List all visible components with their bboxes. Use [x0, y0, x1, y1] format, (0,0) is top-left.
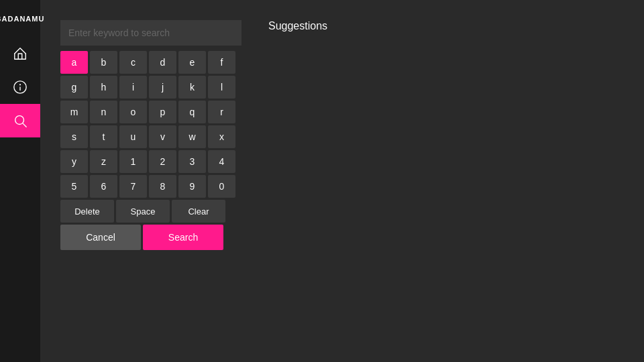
app-logo: BADANAMU	[0, 0, 40, 37]
key-2[interactable]: 2	[149, 150, 176, 173]
home-icon	[13, 46, 28, 61]
key-0[interactable]: 0	[208, 175, 235, 198]
key-p[interactable]: p	[149, 101, 176, 123]
key-q[interactable]: q	[178, 101, 206, 123]
key-l[interactable]: l	[208, 76, 235, 99]
key-f[interactable]: f	[208, 51, 235, 74]
svg-line-4	[23, 123, 26, 127]
key-d[interactable]: d	[149, 51, 176, 74]
key-4[interactable]: 4	[208, 150, 235, 173]
key-v[interactable]: v	[149, 125, 176, 148]
key-b[interactable]: b	[90, 51, 117, 74]
key-y[interactable]: y	[60, 150, 88, 173]
keyboard-panel: Enter keyword to search abcdefghijklmnop…	[60, 20, 241, 250]
key-k[interactable]: k	[178, 76, 206, 99]
bottom-row: Cancel Search	[60, 225, 241, 250]
key-e[interactable]: e	[178, 51, 206, 74]
svg-point-3	[15, 116, 24, 125]
key-j[interactable]: j	[149, 76, 176, 99]
action-row: Delete Space Clear	[60, 200, 241, 223]
key-r[interactable]: r	[208, 101, 235, 123]
key-s[interactable]: s	[60, 125, 88, 148]
sidebar-item-home[interactable]	[0, 37, 40, 70]
key-n[interactable]: n	[90, 101, 117, 123]
key-9[interactable]: 9	[178, 175, 206, 198]
search-area: Enter keyword to search abcdefghijklmnop…	[60, 20, 624, 250]
key-o[interactable]: o	[119, 101, 147, 123]
key-x[interactable]: x	[208, 125, 235, 148]
key-8[interactable]: 8	[149, 175, 176, 198]
search-button[interactable]: Search	[143, 225, 223, 250]
key-6[interactable]: 6	[90, 175, 117, 198]
sidebar-item-info[interactable]	[0, 70, 40, 104]
key-5[interactable]: 5	[60, 175, 88, 198]
search-input-display: Enter keyword to search	[60, 20, 241, 46]
search-icon	[13, 113, 28, 128]
search-placeholder: Enter keyword to search	[68, 27, 170, 38]
sidebar: BADANAMU	[0, 0, 40, 362]
key-u[interactable]: u	[119, 125, 147, 148]
space-button[interactable]: Space	[116, 200, 170, 223]
key-g[interactable]: g	[60, 76, 88, 99]
cancel-button[interactable]: Cancel	[60, 225, 141, 250]
keyboard-grid: abcdefghijklmnopqrstuvwxyz1234567890	[60, 51, 241, 198]
delete-button[interactable]: Delete	[60, 200, 114, 223]
key-a[interactable]: a	[60, 51, 88, 74]
key-t[interactable]: t	[90, 125, 117, 148]
suggestions-panel: Suggestions	[268, 20, 624, 250]
info-icon	[13, 80, 28, 95]
clear-button[interactable]: Clear	[172, 200, 225, 223]
key-h[interactable]: h	[90, 76, 117, 99]
main-content: Enter keyword to search abcdefghijklmnop…	[40, 0, 644, 362]
sidebar-item-search[interactable]	[0, 104, 40, 137]
key-3[interactable]: 3	[178, 150, 206, 173]
key-i[interactable]: i	[119, 76, 147, 99]
key-m[interactable]: m	[60, 101, 88, 123]
key-c[interactable]: c	[119, 51, 147, 74]
key-1[interactable]: 1	[119, 150, 147, 173]
key-z[interactable]: z	[90, 150, 117, 173]
suggestions-title: Suggestions	[268, 20, 624, 32]
key-7[interactable]: 7	[119, 175, 147, 198]
key-w[interactable]: w	[178, 125, 206, 148]
